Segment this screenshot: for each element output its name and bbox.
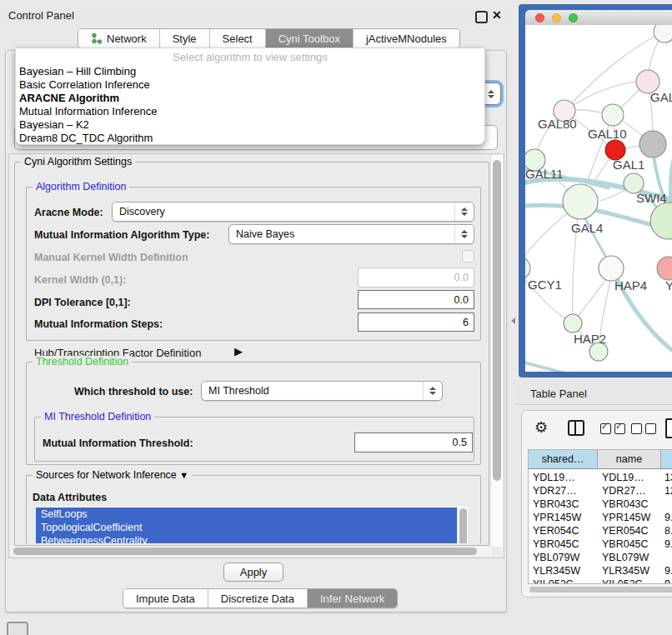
column-header-shared-name[interactable]: shared… (529, 450, 598, 468)
tab-impute-data[interactable]: Impute Data (123, 589, 208, 608)
tab-style[interactable]: Style (160, 29, 210, 48)
list-scrollbar[interactable] (457, 507, 468, 543)
column-header-third[interactable]: A (661, 450, 672, 468)
table-rows: YDL19…YDL19…13 YDR27…YDR27…12 YBR043CYBR… (529, 468, 672, 583)
node-label: GAL4 (571, 221, 603, 235)
network-window-titlebar[interactable] (525, 10, 672, 26)
tab-cyni-toolbox[interactable]: Cyni Toolbox (266, 29, 354, 48)
node-label: HAP4 (614, 278, 647, 292)
table-header-row: shared… name A (529, 450, 672, 469)
select-all-columns-icon[interactable] (600, 422, 625, 438)
group-algorithm-definition-title: Algorithm Definition (33, 181, 129, 192)
manual-kernel-checkbox[interactable] (462, 250, 474, 262)
list-item-selected[interactable]: BetweennessCentrality (36, 534, 462, 543)
node-table: shared… name A YDL19…YDL19…13 YDR27…YDR2… (528, 449, 672, 584)
mi-threshold-label: Mutual Information Threshold: (43, 438, 193, 449)
node-labels: GAL GAL80 GAL10 GAL1 GAL11 SWI4 GAL4 GCY… (525, 90, 672, 346)
mi-type-value: Naive Bayes (236, 228, 294, 240)
sources-collapse-icon[interactable]: ▼ (179, 470, 188, 480)
network-window: GAL GAL80 GAL10 GAL1 GAL11 SWI4 GAL4 GCY… (519, 4, 672, 378)
dropdown-item-selected[interactable]: ARACNE Algorithm (16, 92, 484, 105)
kernel-width-field[interactable]: 0.0 (358, 268, 474, 288)
group-sources-title: Sources for Network Inference ▼ (33, 469, 192, 481)
tab-infer-network[interactable]: Infer Network (308, 589, 397, 608)
network-canvas[interactable]: GAL GAL80 GAL10 GAL1 GAL11 SWI4 GAL4 GCY… (525, 25, 672, 372)
combo-stepper-icon (423, 382, 442, 400)
list-item-selected[interactable]: TopologicalCoefficient (36, 521, 462, 534)
new-function-icon[interactable] (665, 418, 672, 438)
group-cyni-algorithm-settings-title: Cyni Algorithm Settings (21, 156, 135, 168)
node-hap2[interactable] (564, 314, 582, 332)
dropdown-item[interactable]: Mutual Information Inference (16, 105, 484, 118)
float-panel-icon[interactable] (475, 11, 488, 23)
table-horizontal-scrollbar-thumb[interactable] (529, 587, 672, 592)
group-threshold-definition-title: Threshold Definition (33, 356, 132, 368)
tab-jactivemnodules[interactable]: jActiveMNodules (354, 29, 459, 48)
node-label: Y (665, 278, 672, 292)
node-label: SWI4 (636, 191, 667, 205)
network-icon (91, 32, 103, 44)
table-panel-titlebar: Table Panel (514, 381, 672, 405)
node-pink[interactable] (657, 257, 672, 280)
which-threshold-combo[interactable]: MI Threshold (201, 381, 443, 401)
mi-type-combo[interactable]: Naive Bayes (228, 224, 474, 244)
settings-horizontal-scrollbar[interactable] (10, 546, 492, 557)
which-threshold-label: Which threshold to use: (74, 386, 193, 398)
deselect-all-columns-icon[interactable] (631, 422, 656, 438)
table-horizontal-scrollbar[interactable] (528, 585, 672, 594)
dpi-tolerance-field[interactable]: 0.0 (358, 290, 474, 309)
algorithm-dropdown: Select algorithm to view settings Bayesi… (15, 48, 485, 145)
split-columns-icon[interactable] (568, 420, 584, 436)
control-panel-title: Control Panel (8, 9, 74, 22)
node-label: GAL10 (588, 127, 627, 141)
bottom-tabbar: Impute Data Discretize Data Infer Networ… (123, 588, 398, 608)
control-panel-titlebar: Control Panel ✕ (0, 5, 510, 27)
list-scrollbar-thumb[interactable] (459, 508, 467, 543)
aracne-mode-combo[interactable]: Discovery (112, 202, 474, 222)
settings-vertical-scrollbar[interactable] (490, 155, 503, 547)
dropdown-item[interactable]: Basic Correlation Inference (16, 78, 484, 92)
data-attributes-label: Data Attributes (33, 492, 107, 503)
column-header-name[interactable]: name (598, 450, 661, 468)
table-panel-title: Table Panel (530, 388, 587, 400)
settings-horizontal-scrollbar-thumb[interactable] (13, 548, 477, 555)
node-label: GAL11 (525, 167, 564, 181)
node-label: GCY1 (528, 278, 562, 292)
dpi-tolerance-label: DPI Tolerance [0,1]: (34, 297, 131, 308)
tab-network[interactable]: Network (78, 29, 160, 48)
mi-threshold-field[interactable]: 0.5 (354, 432, 473, 452)
zoom-window-icon[interactable] (569, 13, 578, 22)
node-hap4[interactable] (599, 256, 624, 281)
list-item-selected[interactable]: SelfLoops (36, 508, 462, 521)
aracne-mode-value: Discovery (119, 206, 165, 218)
node-gcy1[interactable] (525, 257, 530, 280)
data-attributes-list: SelfLoops TopologicalCoefficient Between… (36, 507, 468, 543)
mi-steps-field[interactable]: 6 (358, 312, 474, 332)
node-label: GAL (650, 90, 672, 104)
split-pane-handle[interactable] (511, 318, 515, 324)
close-window-icon[interactable] (535, 13, 544, 22)
dropdown-item[interactable]: Bayesian – Hill Climbing (16, 65, 484, 78)
node-gal4[interactable] (563, 184, 598, 219)
dropdown-item[interactable]: Dream8 DC_TDC Algorithm (16, 132, 484, 145)
tab-discretize-data[interactable]: Discretize Data (208, 589, 308, 608)
node-big-green[interactable] (650, 202, 672, 239)
control-panel-tabbar: Network Style Select Cyni Toolbox jActiv… (78, 28, 460, 48)
hub-expand-icon[interactable]: ▶ (234, 345, 243, 358)
apply-button[interactable]: Apply (223, 562, 283, 582)
node[interactable] (654, 25, 672, 42)
settings-vertical-scrollbar-thumb[interactable] (493, 160, 501, 481)
aracne-mode-label: Aracne Mode: (34, 207, 103, 218)
mi-type-label: Mutual Information Algorithm Type: (34, 229, 209, 241)
close-panel-icon[interactable]: ✕ (492, 8, 502, 22)
network-window-inner: GAL GAL80 GAL10 GAL1 GAL11 SWI4 GAL4 GCY… (525, 10, 672, 372)
gear-icon[interactable]: ⚙ (534, 418, 548, 437)
node-gray[interactable] (639, 131, 666, 158)
dropdown-item[interactable]: Bayesian – K2 (16, 118, 484, 132)
minimized-panel-icon[interactable] (7, 622, 28, 635)
tab-select[interactable]: Select (210, 29, 266, 48)
table-panel-box: ⚙ shared… name A YDL19…YDL19…13 YDR27…YD… (521, 410, 672, 598)
minimize-window-icon[interactable] (552, 13, 561, 22)
node-gal10[interactable] (602, 104, 624, 126)
mi-steps-label: Mutual Information Steps: (34, 318, 163, 330)
